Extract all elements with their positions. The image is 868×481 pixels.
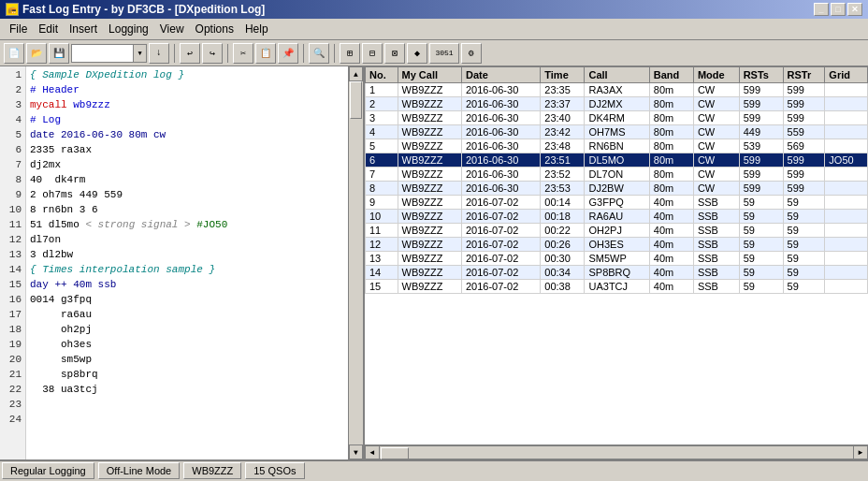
table-cell: CW [693, 97, 739, 111]
table-row[interactable]: 5WB9ZZZ2016-06-3023:48RN6BN80mCW539569 [366, 139, 868, 153]
paste-button[interactable]: 📌 [278, 43, 298, 64]
code-line[interactable]: 3 dl2bw [30, 247, 363, 262]
toolbar-btn-6[interactable]: ⊟ [362, 43, 383, 64]
maximize-button[interactable]: □ [831, 3, 846, 16]
log-scrollbar-h[interactable]: ◄ ► [365, 445, 868, 459]
new-button[interactable]: 📄 [4, 43, 24, 64]
column-header: My Call [398, 67, 461, 83]
copy-button[interactable]: 📋 [255, 43, 276, 64]
log-table-container: No.My CallDateTimeCallBandModeRSTsRSTrGr… [365, 66, 868, 445]
toolbar-btn-7[interactable]: ⊠ [384, 43, 405, 64]
code-line[interactable]: dl7on [30, 232, 363, 247]
code-line[interactable]: { Sample DXpedition log } [30, 67, 363, 82]
table-cell: 2016-06-30 [461, 153, 540, 168]
table-row[interactable]: 15WB9ZZZ2016-07-0200:38UA3TCJ40mSSB5959 [366, 280, 868, 294]
line-number: 6 [0, 142, 22, 157]
hscroll-track[interactable] [380, 445, 853, 459]
toolbar-btn-1[interactable]: ↓ [149, 43, 169, 64]
table-cell: WB9ZZZ [398, 252, 461, 266]
code-area[interactable]: { Sample DXpedition log }# Headermycall … [26, 66, 363, 459]
table-cell: 59 [783, 224, 825, 238]
code-line[interactable]: { Times interpolation sample } [30, 262, 363, 277]
table-row[interactable]: 8WB9ZZZ2016-06-3023:53DJ2BW80mCW599599 [366, 182, 868, 196]
table-cell: 2016-06-30 [461, 182, 540, 196]
table-cell: 59 [739, 224, 783, 238]
code-line[interactable]: 2 oh7ms 449 559 [30, 187, 363, 202]
table-cell: 5 [366, 139, 398, 153]
table-row[interactable]: 12WB9ZZZ2016-07-0200:26OH3ES40mSSB5959 [366, 238, 868, 252]
code-line[interactable]: # Header [30, 82, 363, 97]
date-input[interactable]: 2016-07-02 [72, 48, 133, 59]
line-number: 15 [0, 277, 22, 292]
table-row[interactable]: 10WB9ZZZ2016-07-0200:18RA6AU40mSSB5959 [366, 210, 868, 224]
toolbar-btn-5[interactable]: ⊞ [340, 43, 360, 64]
scroll-thumb[interactable] [350, 81, 362, 119]
code-line[interactable]: day ++ 40m ssb [30, 277, 363, 292]
code-line[interactable]: 2335 ra3ax [30, 142, 363, 157]
table-cell: 59 [783, 238, 825, 252]
date-dropdown-button[interactable]: ▼ [133, 45, 146, 62]
redo-button[interactable]: ↪ [202, 43, 223, 64]
code-line[interactable]: mycall wb9zzz [30, 97, 363, 112]
scroll-down-button[interactable]: ▼ [349, 445, 363, 459]
menu-file[interactable]: File [4, 21, 33, 37]
column-header: RSTs [739, 67, 783, 83]
table-row[interactable]: 13WB9ZZZ2016-07-0200:30SM5WP40mSSB5959 [366, 252, 868, 266]
table-cell [825, 182, 868, 196]
hscroll-right-button[interactable]: ► [853, 445, 868, 459]
toolbar-btn-10[interactable]: ⚙ [461, 43, 482, 64]
table-row[interactable]: 6WB9ZZZ2016-06-3023:51DL5MO80mCW599599JO… [366, 153, 868, 168]
toolbar-btn-8[interactable]: ◆ [407, 43, 427, 64]
code-line[interactable]: 51 dl5mo < strong signal > #JO50 [30, 217, 363, 232]
undo-button[interactable]: ↩ [180, 43, 200, 64]
code-line[interactable]: sp8brq [30, 367, 363, 382]
code-line[interactable]: 40 dk4rm [30, 172, 363, 187]
code-line[interactable]: 8 rn6bn 3 6 [30, 202, 363, 217]
code-line[interactable]: oh3es [30, 337, 363, 352]
table-cell: WB9ZZZ [398, 210, 461, 224]
toolbar-separator-4 [334, 44, 335, 63]
table-row[interactable]: 9WB9ZZZ2016-07-0200:14G3FPQ40mSSB5959 [366, 196, 868, 210]
table-row[interactable]: 1WB9ZZZ2016-06-3023:35RA3AX80mCW599599 [366, 83, 868, 97]
hscroll-left-button[interactable]: ◄ [365, 445, 380, 459]
menu-view[interactable]: View [154, 21, 190, 37]
close-button[interactable]: ✕ [847, 3, 862, 16]
save-button[interactable]: 💾 [49, 43, 69, 64]
open-button[interactable]: 📂 [26, 43, 47, 64]
code-line[interactable]: dj2mx [30, 157, 363, 172]
code-line[interactable]: 0014 g3fpq [30, 292, 363, 307]
code-line[interactable]: date 2016-06-30 80m cw [30, 127, 363, 142]
menu-edit[interactable]: Edit [33, 21, 64, 37]
scroll-track[interactable] [349, 81, 363, 445]
hscroll-thumb[interactable] [381, 447, 409, 459]
table-cell: WB9ZZZ [398, 182, 461, 196]
line-number: 7 [0, 157, 22, 172]
scroll-up-button[interactable]: ▲ [349, 66, 363, 81]
editor-scrollbar[interactable]: ▲ ▼ [348, 66, 363, 459]
table-cell: SSB [693, 252, 739, 266]
code-line[interactable]: sm5wp [30, 352, 363, 367]
code-line[interactable]: # Log [30, 112, 363, 127]
date-combo[interactable]: 2016-07-02 ▼ [71, 44, 147, 63]
table-row[interactable]: 2WB9ZZZ2016-06-3023:37DJ2MX80mCW599599 [366, 97, 868, 111]
table-row[interactable]: 3WB9ZZZ2016-06-3023:40DK4RM80mCW599599 [366, 111, 868, 125]
table-cell: 59 [739, 266, 783, 280]
cut-button[interactable]: ✂ [233, 43, 253, 64]
table-row[interactable]: 14WB9ZZZ2016-07-0200:34SP8BRQ40mSSB5959 [366, 266, 868, 280]
find-button[interactable]: 🔍 [309, 43, 329, 64]
table-row[interactable]: 7WB9ZZZ2016-06-3023:52DL7ON80mCW599599 [366, 168, 868, 182]
menu-insert[interactable]: Insert [64, 21, 103, 37]
code-line[interactable]: ra6au [30, 307, 363, 322]
code-line[interactable]: oh2pj [30, 322, 363, 337]
table-row[interactable]: 4WB9ZZZ2016-06-3023:42OH7MS80mCW449559 [366, 125, 868, 139]
menu-logging[interactable]: Logging [103, 21, 154, 37]
menu-options[interactable]: Options [190, 21, 239, 37]
line-number: 1 [0, 67, 22, 82]
table-row[interactable]: 11WB9ZZZ2016-07-0200:22OH2PJ40mSSB5959 [366, 224, 868, 238]
toolbar-btn-9[interactable]: 3051 [429, 43, 459, 64]
table-cell [825, 97, 868, 111]
menu-help[interactable]: Help [239, 21, 274, 37]
minimize-button[interactable]: _ [814, 3, 829, 16]
table-cell: 559 [783, 125, 825, 139]
code-line[interactable]: 38 ua3tcj [30, 382, 363, 397]
